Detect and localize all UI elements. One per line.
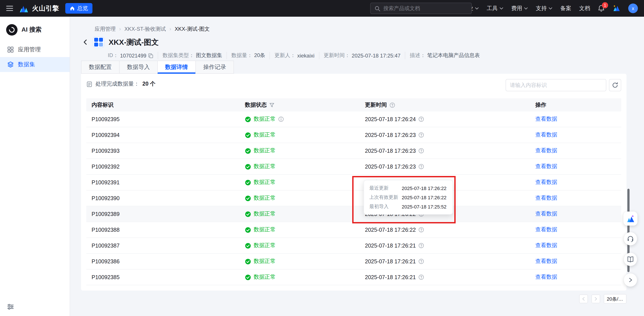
- update-time: 2025-07-18 17:26:23: [365, 148, 416, 154]
- home-icon: [70, 6, 75, 11]
- question-icon[interactable]: [418, 274, 424, 280]
- breadcrumb-item[interactable]: XKX-测试-图文: [174, 26, 210, 33]
- next-page-button[interactable]: [592, 294, 600, 303]
- overview-button[interactable]: 总览: [65, 3, 92, 14]
- view-data-link[interactable]: 查看数据: [535, 115, 557, 123]
- page-size-value: 20条/…: [607, 295, 623, 302]
- status-label: 数据正常: [254, 179, 276, 186]
- info-icon[interactable]: [278, 116, 284, 122]
- table-row: P10092393 数据正常 2025-07-18 17:26:23 查看数据: [86, 143, 621, 159]
- docs-button[interactable]: [624, 253, 637, 266]
- question-icon[interactable]: [390, 102, 395, 108]
- data-detail-panel: 处理完成数据量： 20 个 内容标识 数据状态 更新时间 操作: [81, 74, 626, 290]
- copy-icon[interactable]: [148, 53, 153, 58]
- brand-logo[interactable]: 火山引擎: [19, 4, 59, 13]
- sidebar-menu: 应用管理 数据集: [0, 42, 70, 72]
- sidebar-item-label: 数据集: [18, 61, 35, 68]
- meta-item: ID： 107021499: [108, 52, 158, 59]
- update-time: 2025-07-18 17:26:21: [365, 242, 416, 249]
- tab-label: 数据配置: [89, 63, 112, 71]
- view-data-link[interactable]: 查看数据: [535, 131, 557, 139]
- nav-menu-label: 文档: [579, 5, 590, 12]
- sidebar-item-apps[interactable]: 应用管理: [0, 42, 70, 57]
- chevron-right-icon: [594, 297, 598, 301]
- chevron-down-icon: [475, 7, 479, 10]
- global-search[interactable]: [370, 3, 472, 14]
- ai-assistant-button[interactable]: [624, 212, 638, 226]
- view-data-link[interactable]: 查看数据: [535, 163, 557, 170]
- view-data-link[interactable]: 查看数据: [535, 226, 557, 233]
- col-content-id: 内容标识: [92, 101, 114, 109]
- view-data-link[interactable]: 查看数据: [535, 147, 557, 154]
- content-id: P10092394: [92, 132, 120, 138]
- nav-menu-文档[interactable]: 文档: [579, 5, 590, 12]
- table-row: P10092388 数据正常 2025-07-18 17:26:22 查看数据: [86, 222, 621, 238]
- update-time-tooltip: 最近更新 2025-07-18 17:26:22 上次有效更新 2025-07-…: [364, 180, 453, 215]
- tab-label: 数据详情: [165, 63, 188, 71]
- meta-item: 数据量： 20条: [227, 52, 270, 59]
- processed-count-icon: [86, 81, 92, 87]
- nav-menu-备案[interactable]: 备案: [560, 5, 571, 12]
- hamburger-icon[interactable]: [6, 5, 13, 12]
- main-content: 应用管理XKX-ST-验收测试XKX-测试-图文 XKX-测试-图文 ID： 1…: [70, 17, 644, 316]
- processed-count-value: 20 个: [142, 80, 156, 88]
- update-time: 2025-07-18 17:26:22: [365, 227, 416, 233]
- view-data-link[interactable]: 查看数据: [535, 194, 557, 202]
- status-label: 数据正常: [254, 273, 276, 281]
- tab-操作记录[interactable]: 操作记录: [196, 61, 234, 74]
- status-label: 数据正常: [254, 131, 276, 139]
- tab-数据详情[interactable]: 数据详情: [157, 61, 196, 74]
- chevron-right-icon: [628, 277, 633, 283]
- tab-数据导入[interactable]: 数据导入: [119, 61, 158, 74]
- view-data-link[interactable]: 查看数据: [535, 273, 557, 281]
- brand-name: 火山引擎: [32, 4, 59, 13]
- question-icon[interactable]: [418, 243, 424, 248]
- view-data-link[interactable]: 查看数据: [535, 210, 557, 218]
- expand-button[interactable]: [624, 273, 637, 287]
- sliders-icon[interactable]: [7, 304, 14, 311]
- view-data-link[interactable]: 查看数据: [535, 258, 557, 265]
- status-label: 数据正常: [254, 147, 276, 154]
- nav-menu-label: 备案: [560, 5, 571, 12]
- view-data-link[interactable]: 查看数据: [535, 179, 557, 186]
- sidebar-item-dataset[interactable]: 数据集: [0, 57, 70, 72]
- view-data-link[interactable]: 查看数据: [535, 242, 557, 249]
- question-icon[interactable]: [418, 227, 424, 233]
- meta-item: 描述： 笔记本电脑产品信息表: [405, 52, 484, 59]
- question-icon[interactable]: [418, 164, 424, 170]
- content-id: P10092388: [92, 227, 120, 233]
- question-icon[interactable]: [418, 148, 424, 153]
- content-id-search[interactable]: [506, 79, 606, 91]
- breadcrumb-item[interactable]: 应用管理: [95, 26, 124, 33]
- check-icon: [245, 211, 251, 217]
- global-search-input[interactable]: [383, 5, 468, 12]
- nav-menu-工具[interactable]: 工具: [487, 5, 503, 12]
- grid-icon: [8, 47, 14, 53]
- refresh-button[interactable]: [609, 79, 621, 91]
- tab-label: 数据导入: [127, 63, 150, 71]
- content-id-search-input[interactable]: [510, 82, 602, 88]
- check-icon: [245, 258, 251, 264]
- tab-数据配置[interactable]: 数据配置: [81, 61, 120, 74]
- tooltip-row: 最初导入 2025-07-18 17:25:52: [369, 202, 447, 211]
- table-body: P10092395 数据正常 2025-07-18 17:26:24 查看数据 …: [86, 111, 621, 285]
- breadcrumb-item[interactable]: XKX-ST-验收测试: [124, 26, 174, 33]
- prev-page-button[interactable]: [579, 294, 588, 303]
- update-time: 2025-07-18 17:26:24: [365, 116, 416, 122]
- question-icon[interactable]: [418, 116, 424, 122]
- question-icon[interactable]: [418, 132, 424, 138]
- back-icon[interactable]: [82, 39, 88, 45]
- support-button[interactable]: [624, 232, 637, 245]
- check-icon: [245, 164, 251, 170]
- user-avatar[interactable]: x: [628, 4, 638, 13]
- status-label: 数据正常: [254, 194, 276, 202]
- col-actions: 操作: [535, 101, 546, 109]
- nav-menu-费用[interactable]: 费用: [511, 5, 528, 12]
- nav-menu-支持[interactable]: 支持: [536, 5, 552, 12]
- status-label: 数据正常: [254, 163, 276, 170]
- question-icon[interactable]: [418, 258, 424, 264]
- page-size-select[interactable]: 20条/…: [604, 294, 626, 304]
- filter-icon[interactable]: [270, 102, 274, 107]
- promotion-icon[interactable]: [612, 5, 620, 12]
- notification-bell[interactable]: 1: [598, 5, 604, 12]
